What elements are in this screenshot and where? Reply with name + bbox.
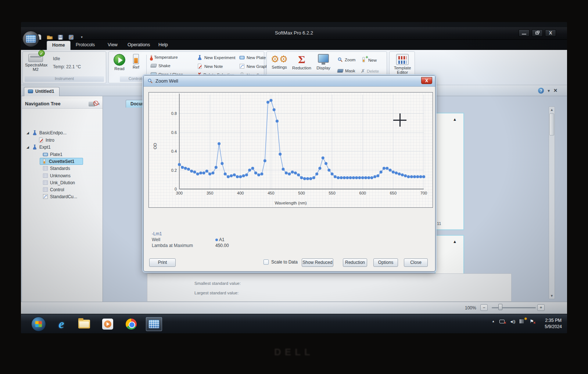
ie-icon: e [58,317,64,331]
zoom-button[interactable]: Zoom [337,57,355,62]
tree-item-control[interactable]: Control [41,186,66,193]
tab-view[interactable]: View [103,41,123,50]
svg-text:0: 0 [175,187,177,191]
template-editor-button[interactable]: TemplateEditor [392,54,413,75]
thermometer-icon [151,55,152,59]
scroll-up-arrow-icon[interactable]: ▲ [549,108,555,112]
taskbar-clock[interactable]: 2:35 PM 5/9/2024 [545,317,562,330]
graph-icon [43,194,48,199]
close-button[interactable]: X [545,29,556,37]
action-center-flag-icon[interactable]: ⚑ [530,319,534,324]
background-graph-panel: ▲ 11 [435,113,464,230]
instrument-button[interactable]: ✓ SpectraMax M2 [25,54,46,72]
vertical-scrollbar[interactable]: ▲ ▼ [549,106,555,299]
settings-button[interactable]: ⚙⚙ Settings [270,54,289,69]
tree-item-basicendpoint[interactable]: ◢BasicEndpo... [25,129,68,136]
expander-icon[interactable]: ◢ [26,131,30,135]
scroll-up-icon[interactable]: ▲ [453,239,457,244]
new-graph-button[interactable]: New Graph [239,63,268,69]
taskbar-media-player[interactable] [100,317,116,331]
zoom-slider-thumb[interactable] [498,304,502,310]
battery-error-icon[interactable] [499,320,505,323]
display-button[interactable]: Display [314,54,333,70]
start-button[interactable] [31,317,46,331]
tree-item-unknowns[interactable]: Unknowns [41,172,72,179]
dialog-title-bar[interactable]: Zoom Well [144,76,435,87]
mask-button[interactable]: Mask [337,69,355,73]
help-icon[interactable]: ? [538,88,544,94]
application-menu-button[interactable] [22,31,39,47]
chevron-down-icon[interactable]: ▼ [547,89,551,93]
svg-text:500: 500 [298,191,305,195]
new-cuvette-button[interactable]: New [361,57,377,63]
shake-button[interactable]: Shake [151,63,171,68]
ref-cuvette-icon [133,54,139,64]
sigma-icon: Σ [290,54,313,65]
zoom-in-button[interactable]: + [537,304,545,311]
tab-home[interactable]: Home [47,41,71,50]
dialog-close-button[interactable]: X [421,77,432,84]
scroll-up-icon[interactable]: ▲ [453,117,457,121]
tree-item-plate1[interactable]: Plate1 [41,151,64,158]
plate-icon [239,55,245,60]
tab-protocols[interactable]: Protocols [71,41,100,50]
taskbar-softmax-pro[interactable] [146,317,162,331]
close-document-icon[interactable]: ✕ [553,88,557,93]
tree-item-standards[interactable]: Standards [41,165,72,172]
taskbar-explorer[interactable] [76,317,92,331]
collapse-panel-icon[interactable]: ‹ [98,101,100,106]
svg-text:0.8: 0.8 [171,111,177,116]
zoom-well-dialog: Zoom Well X 3003504004505005506006507000… [143,75,435,272]
taskbar-chrome[interactable] [123,317,139,331]
svg-text:0.4: 0.4 [171,149,177,153]
taskbar-internet-explorer[interactable]: e [53,317,69,331]
new-experiment-button[interactable]: New Experiment [197,55,235,60]
new-plate-button[interactable]: New Plate [239,55,266,60]
read-button[interactable]: Read [111,54,128,71]
tab-operations[interactable]: Operations [122,41,155,50]
expander-icon[interactable]: ◢ [26,145,30,149]
monitor-brand-logo: DELL [0,346,588,358]
close-button[interactable]: Close [404,258,428,267]
tree-item-unk-dilution[interactable]: Unk_Dilution [41,179,76,186]
tree-item-intro[interactable]: Intro [37,137,56,144]
svg-text:450: 450 [268,191,274,195]
reduction-button[interactable]: Σ Reduction [290,54,313,70]
spectrum-chart: 30035040045050055060065070000.20.40.60.8 [149,92,433,199]
minimize-button[interactable] [519,29,530,37]
tree-item-cuvetteset1[interactable]: CuvetteSet1 [40,158,83,165]
legend-series: -Lm1 [152,231,193,237]
svg-text:0.2: 0.2 [171,168,177,173]
tray-expand-icon[interactable]: ▲ [492,320,495,323]
zoom-out-button[interactable]: − [480,304,488,311]
table-icon [43,180,48,185]
scale-to-data-checkbox[interactable] [263,259,269,265]
tree-item-standardcurve[interactable]: StandardCu... [41,193,79,200]
speaker-icon[interactable]: ◄)) [509,319,515,324]
tab-help[interactable]: Help [153,41,173,50]
document-tab-untitled1[interactable]: Untitled1 [24,87,60,96]
legend-lambda-value: 450.00 [215,243,229,249]
hide-images-icon[interactable] [89,102,95,106]
read-play-icon [114,54,125,66]
scroll-thumb[interactable] [549,113,554,135]
group-instrument: ✓ SpectraMax M2 Idle Temp: 22.1 °C Instr… [22,51,106,83]
tree-item-expt1[interactable]: ◢Expt1 [25,144,52,150]
options-button[interactable]: Options [373,258,398,267]
template-grid-icon [396,54,409,65]
magnifier-icon [147,78,153,84]
new-note-button[interactable]: New Note [197,63,223,69]
print-button[interactable]: Print [149,258,176,267]
reduction-button[interactable]: Reduction [343,258,367,267]
zoom-level: 100% [465,305,476,311]
network-warning-icon[interactable] [520,319,525,323]
ref-button[interactable]: Ref [129,54,143,69]
clock-date: 5/9/2024 [545,324,562,330]
show-reduced-button[interactable]: Show Reduced [302,258,333,267]
navigation-tree-header: Navigation Tree ‹ [22,99,103,109]
legend-well-label: Well [152,237,193,243]
temperature-button[interactable]: Temperature [151,55,178,59]
delete-button[interactable]: ✗Delete [361,69,379,74]
scroll-down-arrow-icon[interactable]: ▼ [549,294,555,298]
restore-button[interactable] [532,29,543,37]
